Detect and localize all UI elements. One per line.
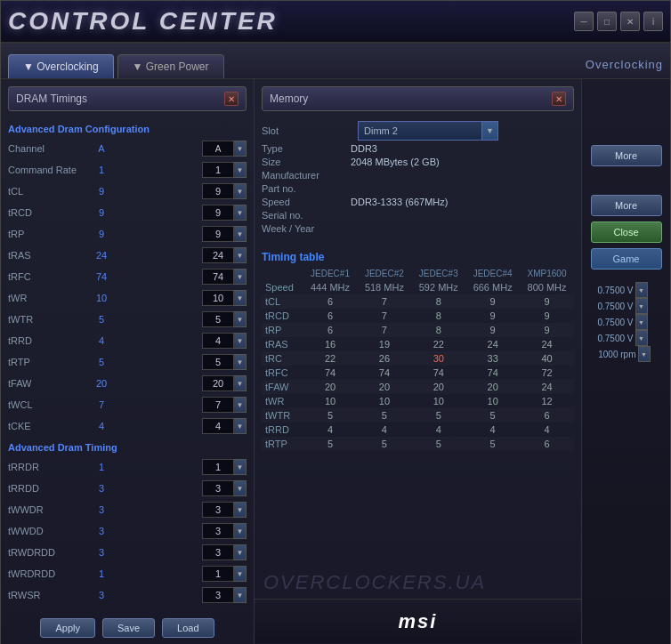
left-apply-button[interactable]: Apply: [40, 618, 95, 638]
tcl-input[interactable]: [202, 183, 234, 199]
config-row-channel: Channel A AB ▼: [8, 140, 247, 157]
twtr-dropdown[interactable]: ▼: [234, 311, 247, 327]
twwdr-input[interactable]: [202, 502, 234, 518]
trtp-input[interactable]: [202, 354, 234, 370]
channel-dropdown-arrow[interactable]: ▼: [234, 141, 247, 157]
memory-label-slot: Slot: [262, 125, 351, 136]
twr-dropdown[interactable]: ▼: [234, 290, 247, 306]
trcd-input[interactable]: [202, 205, 234, 221]
trwsr-dropdown[interactable]: ▼: [234, 587, 247, 603]
twcl-dropdown[interactable]: ▼: [234, 397, 247, 413]
tab-green-power[interactable]: ▼ Green Power: [117, 54, 224, 78]
voltage-dropdown-2[interactable]: ▼: [635, 298, 648, 314]
right-more-button-1[interactable]: More: [591, 145, 662, 166]
title-bar: Control Center ─ □ ✕ i: [1, 1, 670, 44]
twwdr-dropdown[interactable]: ▼: [234, 502, 247, 518]
voltage-dropdown-1[interactable]: ▼: [635, 282, 648, 298]
main-window: Control Center ─ □ ✕ i ▼ Overclocking ▼ …: [0, 0, 671, 644]
timing-cell-6-2: 20: [411, 380, 465, 394]
maximize-button[interactable]: □: [597, 12, 617, 31]
voltage-row-4: 0.7500 V ▼: [587, 330, 666, 346]
trtp-dropdown[interactable]: ▼: [234, 354, 247, 370]
timing-col-header-jedec3: JEDEC#3: [411, 267, 465, 280]
voltage-dropdown-4[interactable]: ▼: [635, 330, 648, 346]
trwsr-input[interactable]: [202, 587, 234, 603]
timing-cell-1-4: 9: [520, 309, 574, 323]
command-rate-dropdown[interactable]: ▼: [234, 162, 247, 178]
timing-data-row-1: tRCD67899: [262, 309, 574, 323]
right-game-button[interactable]: Game: [591, 248, 662, 270]
slot-select[interactable]: Dimm 1 Dimm 2 Dimm 3 Dimm 4: [358, 121, 482, 141]
tfaw-dropdown[interactable]: ▼: [234, 375, 247, 391]
minimize-button[interactable]: ─: [574, 12, 594, 31]
dram-panel-close[interactable]: ✕: [224, 92, 238, 106]
config-current-trwsr: 3: [88, 590, 115, 600]
channel-select[interactable]: AB: [202, 141, 234, 157]
timing-data-row-10: tRTP55556: [262, 437, 574, 451]
trrdd-dropdown[interactable]: ▼: [234, 480, 247, 496]
slot-select-arrow[interactable]: ▼: [482, 121, 498, 141]
tras-dropdown[interactable]: ▼: [234, 247, 247, 263]
memory-panel-close[interactable]: ✕: [552, 92, 566, 106]
timing-row-label-7: tWR: [262, 394, 303, 408]
tfaw-input[interactable]: [202, 375, 234, 391]
tab-overclocking[interactable]: ▼ Overclocking: [8, 54, 114, 78]
trwdrdd-dropdown[interactable]: ▼: [234, 544, 247, 560]
tcke-dropdown[interactable]: ▼: [234, 418, 247, 434]
config-label-twrdrdd: tWRDRDD: [8, 568, 88, 579]
memory-value-speed: DDR3-1333 (667MHz): [351, 197, 448, 207]
trrdr-input[interactable]: [202, 459, 234, 475]
timing-speed-cell-4: 666 MHz: [465, 280, 520, 294]
tab-overclocking-label: ▼ Overclocking: [23, 60, 99, 73]
timing-cell-8-2: 5: [411, 408, 465, 423]
config-current-tfaw: 20: [88, 378, 115, 389]
command-rate-input[interactable]: [202, 162, 234, 178]
twtr-input[interactable]: [202, 311, 234, 327]
content-area: DRAM Timings ✕ Advanced Dram Configurati…: [1, 79, 670, 644]
trwdrdd-input[interactable]: [202, 544, 234, 560]
info-button[interactable]: i: [643, 12, 663, 31]
tcke-input[interactable]: [202, 418, 234, 434]
fan-dropdown[interactable]: ▼: [638, 346, 651, 362]
twr-input[interactable]: [202, 290, 234, 306]
timing-cell-3-3: 24: [465, 337, 520, 351]
trcd-dropdown[interactable]: ▼: [234, 205, 247, 221]
tcl-dropdown[interactable]: ▼: [234, 183, 247, 199]
memory-label-serial: Serial no.: [262, 210, 351, 221]
left-save-button[interactable]: Save: [102, 618, 155, 638]
timing-cell-9-0: 4: [303, 423, 358, 437]
config-current-trwdrdd: 3: [88, 547, 115, 558]
trp-input[interactable]: [202, 226, 234, 242]
left-load-button[interactable]: Load: [162, 618, 214, 638]
trfc-dropdown[interactable]: ▼: [234, 269, 247, 285]
right-more-button-2[interactable]: More: [591, 195, 662, 216]
twwdd-dropdown[interactable]: ▼: [234, 523, 247, 539]
timing-row-label-2: tRP: [262, 323, 303, 337]
config-label-trwdrdd: tRWDRDD: [8, 547, 88, 558]
timing-cell-7-0: 10: [303, 394, 358, 408]
config-label-trwsr: tRWSR: [8, 590, 88, 600]
config-current-trrd: 4: [88, 335, 115, 346]
voltage-dropdown-3[interactable]: ▼: [635, 314, 648, 330]
config-label-twr: tWR: [8, 293, 88, 303]
twrdrdd-dropdown[interactable]: ▼: [234, 566, 247, 582]
twrdrdd-input[interactable]: [202, 566, 234, 582]
timing-row-label-10: tRTP: [262, 437, 303, 451]
config-label-tcke: tCKE: [8, 421, 88, 431]
trfc-input[interactable]: [202, 269, 234, 285]
timing-cell-2-1: 7: [357, 323, 411, 337]
close-window-button[interactable]: ✕: [620, 12, 640, 31]
right-close-button[interactable]: Close: [591, 221, 662, 243]
trp-dropdown[interactable]: ▼: [234, 226, 247, 242]
twcl-input[interactable]: [202, 397, 234, 413]
timing-row-label-6: tFAW: [262, 380, 303, 394]
config-row-tfaw: tFAW 20 ▼: [8, 374, 247, 392]
trrd-dropdown[interactable]: ▼: [234, 333, 247, 349]
twwdd-input[interactable]: [202, 523, 234, 539]
trrd-input[interactable]: [202, 333, 234, 349]
trrdr-dropdown[interactable]: ▼: [234, 459, 247, 475]
timing-cell-2-4: 9: [520, 323, 574, 337]
tras-input[interactable]: [202, 247, 234, 263]
timing-cell-0-0: 6: [303, 294, 358, 309]
trrdd-input[interactable]: [202, 480, 234, 496]
